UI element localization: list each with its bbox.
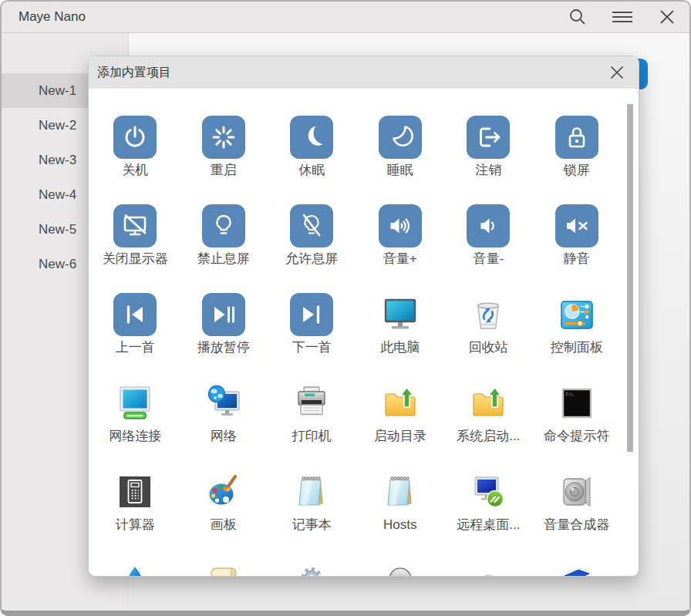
grid-item-启动目录[interactable]: 启动目录: [356, 382, 445, 445]
svg-text:C:\.: C:\.: [565, 392, 575, 396]
grid-item-label: 静音: [564, 251, 590, 268]
grid-item-关闭显示器[interactable]: 关闭显示器: [91, 204, 180, 268]
grid-item-关机[interactable]: 关机: [91, 116, 180, 179]
grid-item-系统启动...[interactable]: 系统启动...: [444, 382, 533, 445]
startup-folder-icon: [379, 382, 422, 425]
power-icon: [113, 116, 157, 159]
command-prompt-icon: C:\.: [555, 382, 598, 425]
grid-item-drop[interactable]: [91, 559, 180, 576]
grid-item-book[interactable]: [533, 559, 622, 576]
search-icon[interactable]: [568, 7, 588, 27]
window-title: Maye Nano: [19, 9, 86, 25]
grid-item-命令提示符[interactable]: C:\.命令提示符: [533, 382, 622, 445]
volume-mixer-icon: [555, 470, 598, 513]
system-startup-folder-icon: [467, 382, 510, 425]
grid-item-禁止息屏[interactable]: 禁止息屏: [180, 204, 268, 268]
grid-item-label: 允许息屏: [285, 251, 338, 268]
mound-icon: [467, 559, 510, 576]
drop-icon: [113, 559, 157, 576]
paint-icon: [202, 470, 245, 513]
grid-item-label: 睡眠: [387, 162, 413, 179]
grid-item-label: 此电脑: [380, 339, 420, 356]
grid-item-控制面板[interactable]: 控制面板: [533, 293, 622, 356]
grid-item-label: 注销: [475, 162, 501, 179]
grid-item-睡眠[interactable]: 睡眠: [356, 116, 445, 179]
grid-item-网络连接[interactable]: 网络连接: [91, 382, 180, 445]
grid-item-label: 下一首: [292, 339, 332, 356]
book-icon: [555, 559, 598, 576]
next-track-icon: [290, 293, 333, 336]
this-pc-icon: [379, 293, 422, 336]
grid-item-label: Hosts: [383, 517, 416, 534]
grid-item-label: 锁屏: [564, 162, 590, 179]
grid-item-上一首[interactable]: 上一首: [91, 293, 180, 356]
titlebar[interactable]: Maye Nano: [2, 2, 689, 33]
volume-down-icon: [467, 204, 510, 247]
bulb-icon: [202, 204, 245, 247]
grid-item-label: 启动目录: [374, 428, 426, 445]
grid-item-注销[interactable]: 注销: [444, 116, 533, 179]
lock-icon: [555, 116, 598, 159]
dialog-grid: 关机重启休眠睡眠注销锁屏关闭显示器禁止息屏允许息屏音量+音量-静音上一首播放暂停…: [89, 89, 639, 576]
grid-item-label: 音量-: [473, 251, 504, 268]
network-connections-icon: [113, 382, 157, 425]
gear-icon: [290, 559, 333, 576]
grid-item-下一首[interactable]: 下一首: [268, 293, 356, 356]
grid-item-label: 回收站: [469, 339, 508, 356]
grid-item-label: 打印机: [292, 428, 332, 445]
bulb-off-icon: [290, 204, 333, 247]
notepad-icon: [290, 470, 333, 513]
grid-item-重启[interactable]: 重启: [180, 116, 268, 179]
grid-item-label: 记事本: [292, 517, 332, 534]
scroll-icon: [202, 559, 245, 576]
printer-icon: [290, 382, 333, 425]
grid-item-此电脑[interactable]: 此电脑: [356, 293, 445, 356]
grid-item-mound[interactable]: [444, 559, 533, 576]
mute-icon: [555, 204, 598, 247]
grid-item-label: 音量+: [383, 251, 417, 268]
grid-item-label: 控制面板: [551, 339, 603, 356]
dialog-scrollbar-thumb[interactable]: [627, 104, 633, 452]
menu-icon[interactable]: [612, 7, 632, 27]
dialog-header: 添加内置项目: [89, 56, 639, 89]
titlebar-buttons: [568, 2, 677, 32]
grid-item-label: 休眠: [298, 162, 325, 179]
dialog-close-icon[interactable]: [608, 63, 626, 82]
grid-item-label: 网络: [211, 428, 237, 445]
grid-item-label: 计算器: [116, 517, 155, 534]
grid-item-允许息屏[interactable]: 允许息屏: [268, 204, 356, 268]
grid-item-音量+[interactable]: 音量+: [356, 204, 445, 268]
grid-item-gear[interactable]: [268, 559, 356, 576]
grid-item-scroll[interactable]: [180, 559, 268, 576]
grid-item-label: 网络连接: [109, 428, 161, 445]
grid-item-label: 系统启动...: [457, 428, 520, 445]
grid-item-锁屏[interactable]: 锁屏: [533, 116, 622, 179]
grid-item-画板[interactable]: 画板: [180, 470, 268, 534]
remote-desktop-icon: [467, 470, 510, 513]
grid-item-网络[interactable]: 网络: [180, 382, 268, 445]
close-icon[interactable]: [657, 7, 677, 27]
grid-item-打印机[interactable]: 打印机: [268, 382, 356, 445]
grid-item-计算器[interactable]: 计算器: [91, 470, 180, 534]
hosts-file-icon: [379, 470, 422, 513]
grid-item-播放暂停[interactable]: 播放暂停: [180, 293, 268, 356]
add-builtin-items-dialog: 添加内置项目 关机重启休眠睡眠注销锁屏关闭显示器禁止息屏允许息屏音量+音量-静音…: [88, 56, 639, 577]
grid-item-Hosts[interactable]: Hosts: [356, 470, 445, 534]
grid-item-clock-dome[interactable]: [356, 559, 445, 576]
prev-track-icon: [113, 293, 157, 336]
grid-item-记事本[interactable]: 记事本: [268, 470, 356, 534]
grid-item-label: 关机: [122, 162, 148, 179]
dialog-body: 关机重启休眠睡眠注销锁屏关闭显示器禁止息屏允许息屏音量+音量-静音上一首播放暂停…: [89, 89, 639, 576]
grid-item-音量-[interactable]: 音量-: [444, 204, 533, 268]
recycle-bin-icon: [467, 293, 510, 336]
dialog-title: 添加内置项目: [97, 65, 171, 81]
grid-item-休眠[interactable]: 休眠: [268, 116, 356, 179]
control-panel-icon: [555, 293, 598, 336]
grid-item-label: 上一首: [116, 339, 155, 356]
grid-item-远程桌面...[interactable]: 远程桌面...: [444, 470, 533, 534]
grid-item-静音[interactable]: 静音: [533, 204, 622, 268]
grid-item-回收站[interactable]: 回收站: [444, 293, 533, 356]
grid-item-label: 命令提示符: [544, 428, 609, 445]
grid-item-音量合成器[interactable]: 音量合成器: [533, 470, 622, 534]
grid-item-label: 关闭显示器: [103, 251, 168, 268]
